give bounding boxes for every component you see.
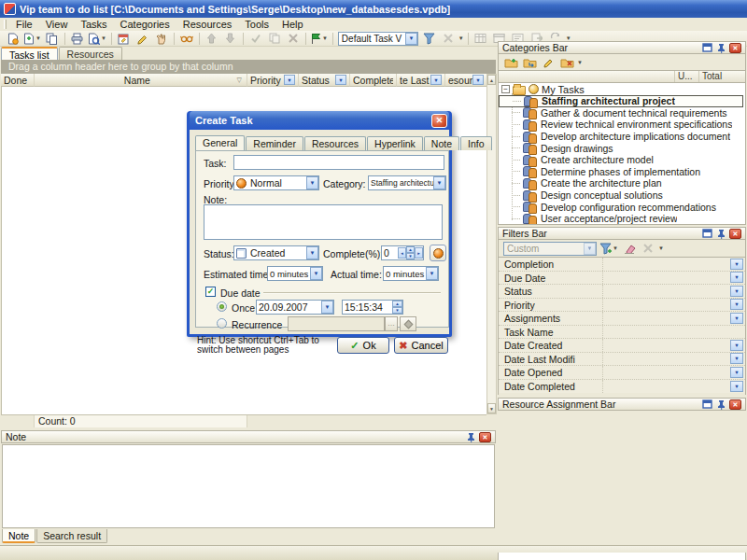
status-filter-chevron-icon[interactable]: ▼ [335,75,346,85]
recurrence-browse-button[interactable]: … [385,316,398,331]
spin-left-icon[interactable]: ◂ [398,247,406,259]
print-preview-button[interactable]: ▼ [88,32,107,46]
filter-row-completion[interactable]: Completion▼ [499,258,745,272]
filter-row-due-date[interactable]: Due Date▼ [499,272,745,286]
actual-combo[interactable]: 0 minutes ▼ [383,266,439,281]
move-down-button[interactable] [222,32,239,46]
task-item-9[interactable]: Develop configuration recommendations [499,201,745,213]
edit-category-button[interactable] [540,55,557,69]
edit-task-button[interactable] [116,32,133,46]
task-item-4[interactable]: Design drawings [499,142,745,154]
note-pin-button[interactable] [465,432,477,442]
filters-restore-button[interactable] [701,229,713,239]
column-priority[interactable]: Priority▼ [247,74,299,87]
task-item-6[interactable]: Determine phases of implementation [499,166,745,178]
flag-button[interactable]: ▼ [310,32,329,46]
filter-chevron-icon[interactable]: ▼ [730,286,743,297]
once-time-spinner[interactable]: 15:15:34 ▲▼ [342,300,403,315]
print-button[interactable] [69,32,86,46]
task-item-2[interactable]: Review technical environment specificati… [499,119,745,131]
filter-row-date-completed[interactable]: Date Completed▼ [499,380,745,394]
filter-row-priority[interactable]: Priority▼ [499,299,745,313]
duplicate-task-button[interactable] [266,32,283,46]
expand-collapse-icon[interactable]: − [501,85,510,93]
resource-restore-button[interactable] [701,399,713,410]
status-combo[interactable]: Created ▼ [233,245,319,260]
resource-close-button[interactable]: ✕ [729,399,741,410]
filter-preset-combo[interactable]: Custom ▼ [503,242,597,256]
column-date-last-modified[interactable]: te Last Modifi▼ [397,74,445,87]
categories-overflow-icon[interactable]: ▼ [576,60,584,65]
categories-close-button[interactable]: ✕ [729,43,741,53]
filter-chevron-icon[interactable]: ▼ [730,367,743,378]
complete-updown[interactable]: ▲▼ [406,246,415,259]
resource-filter-chevron-icon[interactable]: ▼ [472,75,484,85]
add-subcategory-button[interactable] [521,55,538,69]
cancel-button[interactable]: ✖ Cancel [394,337,448,354]
dialog-tab-resources[interactable]: Resources [304,136,366,150]
column-resource[interactable]: esource▼ [445,74,486,87]
view-overflow-icon[interactable]: ▼ [458,35,465,41]
task-item-5[interactable]: Create architecture model [499,154,745,166]
column-done[interactable]: Done [1,74,35,87]
dialog-tab-reminder[interactable]: Reminder [246,136,303,150]
due-date-checkbox[interactable]: ✓ [205,287,216,297]
tree-root[interactable]: − My Tasks [499,83,745,95]
column-status[interactable]: Status▼ [299,74,350,87]
dialog-tab-info[interactable]: Info [460,136,492,150]
new-item-button[interactable]: ▼ [23,32,42,46]
dialog-tab-general[interactable]: General [195,135,245,150]
categories-restore-button[interactable] [701,43,713,53]
categories-pin-button[interactable] [715,43,727,53]
move-task-button[interactable] [153,32,170,46]
move-up-button[interactable] [204,32,220,46]
tab-note[interactable]: Note [2,529,35,543]
dialog-tab-hyperlink[interactable]: Hyperlink [367,136,423,150]
recurrence-diamond-button[interactable] [400,316,416,331]
column-unread[interactable]: U... [674,71,698,82]
filters-overflow-icon[interactable]: ▼ [657,245,665,251]
task-item-3[interactable]: Develop architecture implications docume… [499,131,745,143]
date-filter-chevron-icon[interactable]: ▼ [430,75,442,85]
menu-tools[interactable]: Tools [238,18,275,31]
priority-filter-chevron-icon[interactable]: ▼ [284,75,295,85]
filter-chevron-icon[interactable]: ▼ [730,340,743,351]
task-grid-scrollbar[interactable]: ▲ ▼ [486,74,497,414]
task-item-8[interactable]: Design conceptual solutions [499,189,745,202]
copy-task-button[interactable] [44,32,61,46]
resource-pin-button[interactable] [715,399,727,410]
column-name[interactable]: Name▽ [35,74,247,87]
note-content[interactable] [2,444,495,528]
filter-row-date-opened[interactable]: Date Opened▼ [499,366,745,380]
time-updown[interactable]: ▲▼ [392,301,402,314]
task-input-field[interactable] [234,157,444,168]
filter-row-task-name[interactable]: Task Name [499,326,745,340]
menu-view[interactable]: View [39,18,75,31]
ok-button[interactable]: ✓ Ok [337,337,389,354]
task-input[interactable] [233,155,444,170]
once-date-combo[interactable]: 20.09.2007 ▼ [256,300,334,315]
estimated-combo[interactable]: 0 minutes ▼ [267,266,323,281]
complete-task-button[interactable] [247,32,264,46]
add-category-button[interactable] [502,55,519,69]
filter-chevron-icon[interactable]: ▼ [730,313,743,324]
filter-row-date-last-modified[interactable]: Date Last Modifi▼ [499,353,745,367]
spin-down-icon[interactable]: ▼ [406,253,415,259]
filter-chevron-icon[interactable]: ▼ [730,353,743,364]
spin-up-icon[interactable]: ▲ [406,246,415,253]
spin-up-icon[interactable]: ▲ [392,301,402,307]
task-item-1[interactable]: Gather & document technical requirements [499,107,745,119]
complete-spinbox[interactable]: 0 ◂ ▲▼ ▸ [381,245,424,260]
task-item-7[interactable]: Create the architecture plan [499,177,745,189]
priority-combo[interactable]: Normal ▼ [233,175,319,190]
menu-categories[interactable]: Categories [114,18,176,31]
filters-pin-button[interactable] [715,229,727,239]
delete-filter-button[interactable] [640,242,656,256]
filter-chevron-icon[interactable]: ▼ [730,259,743,270]
menu-resources[interactable]: Resources [176,18,239,31]
spin-right-icon[interactable]: ▸ [415,247,423,259]
apply-view-button[interactable] [421,32,438,46]
filter-chevron-icon[interactable]: ▼ [730,299,743,310]
filter-row-assignments[interactable]: Assignments▼ [499,312,745,326]
filter-chevron-icon[interactable]: ▼ [730,272,743,283]
